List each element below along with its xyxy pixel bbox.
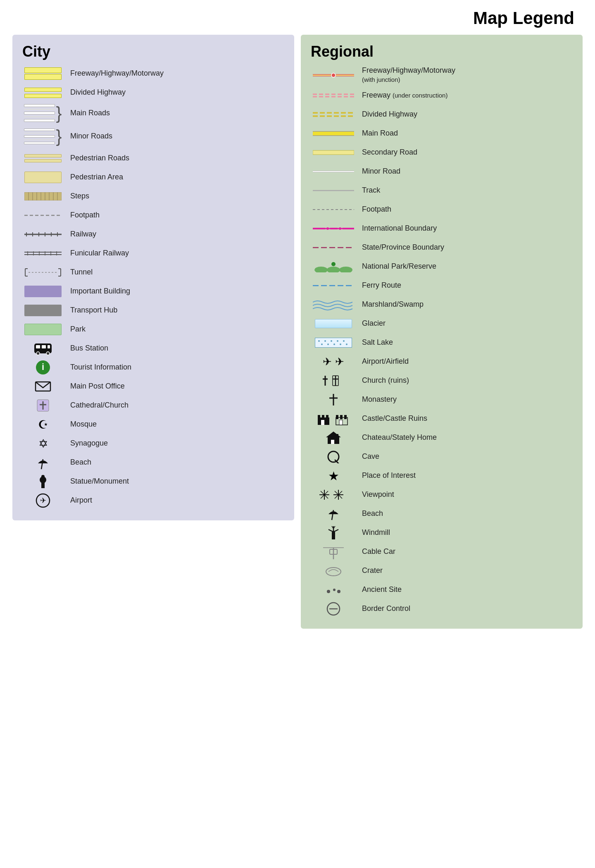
- funicular-svg: [24, 250, 62, 256]
- list-item: Bus Station: [22, 341, 284, 356]
- list-item: Transport Hub: [22, 303, 284, 318]
- list-item: Railway: [22, 227, 284, 242]
- list-item: Chateau/Stately Home: [311, 430, 573, 445]
- svg-rect-0: [24, 192, 62, 200]
- railway-symbol: [22, 231, 64, 237]
- list-item: Pedestrian Area: [22, 170, 284, 185]
- pedestrian-roads-symbol: [22, 154, 64, 162]
- reg-church-label: Church (ruins): [362, 376, 409, 385]
- reg-freeway-construction-label: Freeway (under construction): [362, 91, 447, 100]
- post-office-symbol: [22, 380, 64, 393]
- reg-salt-lake-symbol: [311, 338, 356, 348]
- reg-poi-icon: ★: [328, 469, 339, 483]
- reg-glacier-symbol: [311, 319, 356, 328]
- reg-border-label: Border Control: [362, 604, 410, 613]
- reg-divided-svg: [313, 111, 354, 118]
- reg-intl-boundary-symbol: [311, 227, 356, 231]
- reg-viewpoint-svg: [317, 489, 350, 501]
- airport-city-symbol: ✈: [22, 493, 64, 508]
- reg-cave-label: Cave: [362, 452, 379, 461]
- reg-ancient-symbol: [311, 586, 356, 594]
- svg-rect-104: [326, 415, 328, 419]
- list-item: Divided Highway: [22, 85, 284, 100]
- list-item: Main Post Office: [22, 379, 284, 394]
- svg-rect-103: [322, 415, 324, 419]
- regional-panel: Regional Freeway/Highway/Motorway(with j…: [301, 35, 583, 629]
- funicular-label: Funicular Railway: [70, 249, 129, 258]
- footpath-city-symbol: [22, 213, 64, 217]
- reg-state-boundary-label: State/Province Boundary: [362, 243, 444, 252]
- pedestrian-roads-label: Pedestrian Roads: [70, 154, 129, 163]
- reg-national-park-symbol: [311, 261, 356, 272]
- list-item: Cathedral/Church: [22, 398, 284, 413]
- info-icon-svg: i: [36, 360, 50, 375]
- list-item: Footpath: [311, 202, 573, 217]
- svg-point-38: [46, 352, 50, 355]
- reg-cablecar-svg: [323, 544, 344, 559]
- list-item: ✈ Airport: [22, 493, 284, 508]
- svg-text:✈: ✈: [40, 496, 46, 505]
- list-item: Cave: [311, 449, 573, 464]
- reg-poi-symbol: ★: [311, 469, 356, 483]
- minor-roads-label: Minor Roads: [70, 132, 112, 141]
- pedestrian-area-label: Pedestrian Area: [70, 173, 123, 182]
- svg-point-75: [339, 227, 341, 230]
- svg-marker-111: [326, 432, 341, 437]
- svg-rect-105: [321, 420, 324, 425]
- footpath-city-label: Footpath: [70, 211, 100, 220]
- list-item: International Boundary: [311, 221, 573, 236]
- reg-freeway-svg: [313, 72, 354, 79]
- reg-chateau-symbol: [311, 431, 356, 445]
- svg-point-89: [321, 343, 323, 345]
- reg-freeway-construction-symbol: [311, 92, 356, 99]
- reg-beach-label: Beach: [362, 509, 383, 518]
- divided-hwy-city-label: Divided Highway: [70, 88, 126, 97]
- freeway-city-symbol: [22, 67, 64, 80]
- tunnel-label: Tunnel: [70, 268, 93, 277]
- main-roads-label: Main Roads: [70, 109, 110, 118]
- svg-point-87: [337, 340, 338, 342]
- reg-track-symbol: [311, 189, 356, 192]
- reg-beach-symbol: [311, 507, 356, 521]
- city-heading: City: [22, 43, 284, 60]
- list-item: Track: [311, 183, 573, 198]
- mosque-label: Mosque: [70, 420, 97, 429]
- steps-svg: [24, 192, 62, 200]
- list-item: ✈ ✈ Airport/Airfield: [311, 354, 573, 369]
- reg-monastery-symbol: [311, 393, 356, 406]
- svg-point-73: [326, 227, 329, 230]
- reg-track-svg: [313, 189, 354, 192]
- reg-footpath-label: Footpath: [362, 205, 391, 214]
- transport-hub-symbol: [22, 305, 64, 316]
- reg-secondary-label: Secondary Road: [362, 148, 417, 157]
- reg-main-label: Main Road: [362, 129, 398, 138]
- reg-freeway-construction-svg: [313, 92, 354, 99]
- list-item: Monastery: [311, 392, 573, 407]
- svg-point-85: [324, 340, 326, 342]
- reg-cablecar-symbol: [311, 544, 356, 559]
- tunnel-symbol: [22, 268, 64, 277]
- list-item: Main Road: [311, 126, 573, 141]
- reg-ferry-svg: [313, 284, 354, 287]
- svg-rect-109: [344, 415, 347, 419]
- list-item: Divided Highway: [311, 107, 573, 122]
- funicular-symbol: [22, 250, 64, 256]
- svg-point-129: [332, 531, 335, 533]
- list-item: Glacier: [311, 316, 573, 331]
- svg-point-93: [346, 343, 347, 345]
- reg-secondary-svg: [313, 150, 354, 155]
- list-item: Freeway (under construction): [311, 88, 573, 103]
- list-item: Ferry Route: [311, 278, 573, 293]
- svg-rect-108: [340, 415, 343, 419]
- freeway-city-label: Freeway/Highway/Motorway: [70, 69, 164, 78]
- list-item: State/Province Boundary: [311, 240, 573, 255]
- airport-city-svg: ✈: [36, 493, 50, 508]
- reg-castle-label: Castle/Castle Ruins: [362, 414, 427, 423]
- post-office-label: Main Post Office: [70, 382, 125, 391]
- list-item: Funicular Railway: [22, 246, 284, 261]
- svg-text:i: i: [42, 362, 44, 372]
- reg-national-park-label: National Park/Reserve: [362, 262, 436, 271]
- list-item: Salt Lake: [311, 335, 573, 350]
- bus-station-label: Bus Station: [70, 344, 108, 353]
- reg-minor-label: Minor Road: [362, 167, 400, 176]
